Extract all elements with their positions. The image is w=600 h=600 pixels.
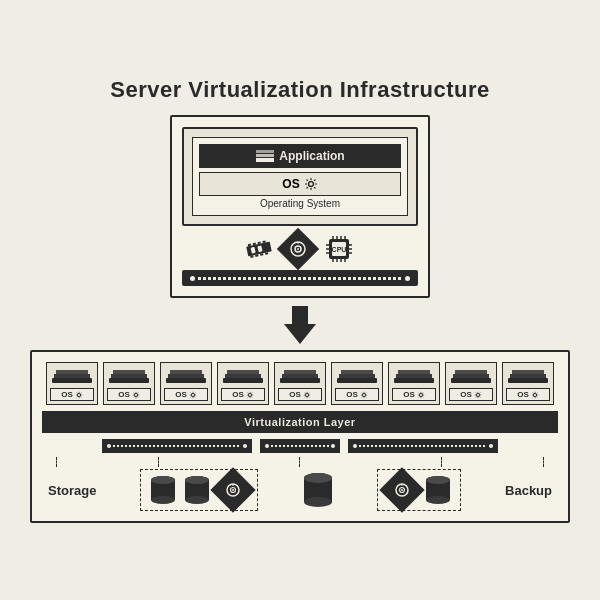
svg-rect-0 bbox=[256, 158, 274, 162]
vm-gear-icon-2 bbox=[132, 391, 140, 399]
svg-point-75 bbox=[151, 476, 175, 484]
vm-os-label-3: OS bbox=[175, 390, 187, 399]
vm-os-9: OS bbox=[506, 388, 550, 401]
vm-card-1: OS bbox=[46, 362, 98, 405]
vm-os-8: OS bbox=[449, 388, 493, 401]
svg-point-51 bbox=[248, 393, 251, 396]
vm-os-6: OS bbox=[335, 388, 379, 401]
vm-app-layers-1 bbox=[50, 366, 94, 384]
vm-card-8: OS bbox=[445, 362, 497, 405]
svg-rect-57 bbox=[339, 374, 375, 378]
vm-app-layers-2 bbox=[107, 366, 151, 384]
svg-rect-52 bbox=[280, 378, 320, 383]
svg-rect-58 bbox=[341, 370, 373, 374]
vm-app-layers-5 bbox=[278, 366, 322, 384]
vm-os-4: OS bbox=[221, 388, 265, 401]
svg-rect-64 bbox=[451, 378, 491, 383]
svg-point-17 bbox=[297, 248, 299, 250]
virtualization-layer-bar: Virtualization Layer bbox=[42, 411, 558, 433]
svg-point-78 bbox=[185, 496, 209, 504]
vm-gear-icon-6 bbox=[360, 391, 368, 399]
svg-point-94 bbox=[426, 496, 450, 504]
server-box: Application OS Operating System bbox=[170, 115, 430, 298]
storage-backup-row: Storage bbox=[42, 469, 558, 511]
os-block: OS bbox=[199, 172, 401, 196]
svg-rect-42 bbox=[113, 370, 145, 374]
vm-os-label-9: OS bbox=[517, 390, 529, 399]
physical-server-section: Application OS Operating System bbox=[30, 115, 570, 298]
backup-cylinder bbox=[424, 474, 452, 506]
vm-app-layers-9 bbox=[506, 366, 550, 384]
arrow-shaft bbox=[292, 306, 308, 324]
svg-point-90 bbox=[401, 489, 403, 491]
svg-rect-2 bbox=[256, 150, 274, 153]
vm-gear-icon-9 bbox=[531, 391, 539, 399]
page-title: Server Virtualization Infrastructure bbox=[30, 77, 570, 103]
backup-hdd-diamond bbox=[380, 467, 425, 512]
svg-rect-37 bbox=[54, 374, 90, 378]
cpu-icon: CPU bbox=[323, 235, 355, 263]
app-label: Application bbox=[279, 149, 344, 163]
os-short-label: OS bbox=[282, 177, 299, 191]
svg-point-47 bbox=[191, 393, 194, 396]
rack-dot bbox=[190, 276, 195, 281]
svg-rect-69 bbox=[510, 374, 546, 378]
svg-point-59 bbox=[362, 393, 365, 396]
svg-rect-66 bbox=[455, 370, 487, 374]
vm-card-4: OS bbox=[217, 362, 269, 405]
vm-app-layers-8 bbox=[449, 366, 493, 384]
vm-gear-icon-5 bbox=[303, 391, 311, 399]
os-label: Operating System bbox=[199, 198, 401, 209]
vm-gear-icon-4 bbox=[246, 391, 254, 399]
vm-card-2: OS bbox=[103, 362, 155, 405]
vm-os-5: OS bbox=[278, 388, 322, 401]
vm-os-label-6: OS bbox=[346, 390, 358, 399]
svg-rect-53 bbox=[282, 374, 318, 378]
vm-os-3: OS bbox=[164, 388, 208, 401]
monitor-outer: Application OS Operating System bbox=[182, 127, 418, 226]
svg-rect-49 bbox=[225, 374, 261, 378]
vm-os-2: OS bbox=[107, 388, 151, 401]
physical-racks-row bbox=[42, 439, 558, 453]
monitor-inner: Application OS Operating System bbox=[192, 137, 408, 216]
vm-app-layers-6 bbox=[335, 366, 379, 384]
svg-point-63 bbox=[419, 393, 422, 396]
svg-rect-46 bbox=[170, 370, 202, 374]
svg-point-82 bbox=[232, 489, 234, 491]
vm-card-3: OS bbox=[160, 362, 212, 405]
hdd-inner-icon bbox=[289, 240, 307, 258]
hdd-diamond-icon bbox=[277, 228, 319, 270]
rack-unit-bottom-1 bbox=[102, 439, 252, 453]
storage-hdd-diamond bbox=[210, 467, 255, 512]
storage-hdd-inner bbox=[224, 481, 242, 499]
vm-app-layers-3 bbox=[164, 366, 208, 384]
svg-rect-70 bbox=[512, 370, 544, 374]
svg-rect-61 bbox=[396, 374, 432, 378]
svg-rect-41 bbox=[111, 374, 147, 378]
gear-icon bbox=[304, 177, 318, 191]
vm-card-5: OS bbox=[274, 362, 326, 405]
svg-rect-65 bbox=[453, 374, 489, 378]
svg-point-74 bbox=[151, 496, 175, 504]
vm-app-layers-4 bbox=[221, 366, 265, 384]
vm-os-7: OS bbox=[392, 388, 436, 401]
arrow-head bbox=[284, 324, 316, 344]
application-block: Application bbox=[199, 144, 401, 168]
center-cylinder bbox=[302, 471, 334, 509]
svg-rect-45 bbox=[168, 374, 204, 378]
vm-card-7: OS bbox=[388, 362, 440, 405]
storage-icons-group bbox=[140, 469, 258, 511]
svg-point-87 bbox=[304, 473, 332, 483]
svg-point-3 bbox=[308, 182, 313, 187]
svg-point-71 bbox=[533, 393, 536, 396]
vm-os-1: OS bbox=[50, 388, 94, 401]
svg-rect-36 bbox=[52, 378, 92, 383]
backup-label: Backup bbox=[505, 483, 552, 498]
storage-label: Storage bbox=[48, 483, 96, 498]
svg-rect-68 bbox=[508, 378, 548, 383]
virtualization-section: OS OS OS OS OS OS bbox=[30, 350, 570, 523]
vm-os-label-5: OS bbox=[289, 390, 301, 399]
svg-point-86 bbox=[304, 497, 332, 507]
svg-rect-50 bbox=[227, 370, 259, 374]
svg-point-79 bbox=[185, 476, 209, 484]
